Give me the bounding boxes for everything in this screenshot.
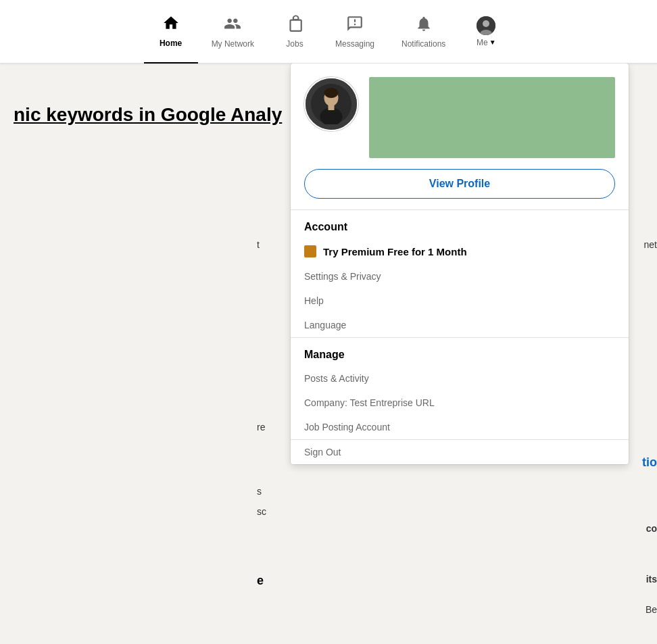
me-avatar bbox=[477, 16, 495, 35]
home-icon bbox=[162, 14, 180, 36]
premium-icon bbox=[304, 245, 316, 257]
sign-out-label: Sign Out bbox=[304, 447, 341, 457]
settings-menu-item[interactable]: Settings & Privacy bbox=[291, 264, 629, 289]
nav-item-me[interactable]: Me ▼ bbox=[459, 0, 513, 64]
nav-item-messaging[interactable]: Messaging bbox=[322, 0, 388, 64]
job-posting-label: Job Posting Account bbox=[304, 422, 390, 432]
nav-items: Home My Network Jobs bbox=[144, 0, 514, 64]
bg-snippet-sc: sc bbox=[257, 506, 266, 517]
nav-label-my-network: My Network bbox=[212, 39, 254, 49]
nav-item-home[interactable]: Home bbox=[144, 0, 198, 64]
premium-menu-item[interactable]: Try Premium Free for 1 Month bbox=[291, 239, 629, 264]
svg-point-1 bbox=[483, 20, 489, 27]
manage-section-label: Manage bbox=[291, 338, 629, 366]
premium-label: Try Premium Free for 1 Month bbox=[323, 246, 467, 257]
profile-background-image bbox=[369, 77, 615, 158]
me-label-row: Me ▼ bbox=[477, 38, 496, 47]
sign-out-menu-item[interactable]: Sign Out bbox=[291, 440, 629, 464]
bg-snippet-be: Be bbox=[646, 604, 657, 615]
main-content: nic keywords in Google Analy t net re ti… bbox=[0, 64, 657, 644]
posts-activity-label: Posts & Activity bbox=[304, 373, 369, 384]
profile-section bbox=[291, 64, 629, 169]
bg-snippet-re: re bbox=[257, 422, 265, 432]
nav-label-home: Home bbox=[160, 39, 182, 48]
bg-snippet-e: e bbox=[257, 574, 264, 588]
nav-item-notifications[interactable]: Notifications bbox=[388, 0, 459, 64]
svg-point-5 bbox=[324, 88, 339, 98]
svg-rect-7 bbox=[328, 105, 335, 111]
me-dropdown: View Profile Account Try Premium Free fo… bbox=[291, 64, 629, 464]
help-label: Help bbox=[304, 295, 324, 306]
settings-label: Settings & Privacy bbox=[304, 271, 381, 282]
job-posting-menu-item[interactable]: Job Posting Account bbox=[291, 415, 629, 439]
company-menu-item[interactable]: Company: Test Entreprise URL bbox=[291, 391, 629, 415]
navbar: Home My Network Jobs bbox=[0, 0, 657, 64]
posts-activity-menu-item[interactable]: Posts & Activity bbox=[291, 366, 629, 391]
company-label: Company: Test Entreprise URL bbox=[304, 397, 435, 408]
nav-label-messaging: Messaging bbox=[335, 39, 374, 49]
nav-label-notifications: Notifications bbox=[402, 39, 445, 49]
messaging-icon bbox=[346, 15, 364, 36]
help-menu-item[interactable]: Help bbox=[291, 289, 629, 313]
nav-label-me: Me bbox=[477, 38, 488, 47]
avatar-person-bg bbox=[306, 78, 357, 130]
account-section-label: Account bbox=[291, 210, 629, 239]
chevron-down-icon: ▼ bbox=[489, 39, 496, 46]
network-icon bbox=[224, 15, 241, 36]
bg-snippet-s: s bbox=[257, 486, 262, 497]
bg-snippet-its: its bbox=[646, 574, 657, 585]
nav-label-jobs: Jobs bbox=[286, 39, 303, 49]
nav-item-jobs[interactable]: Jobs bbox=[268, 0, 322, 64]
notifications-icon bbox=[415, 15, 433, 36]
bg-snippet-co: co bbox=[646, 523, 657, 534]
language-menu-item[interactable]: Language bbox=[291, 313, 629, 337]
nav-item-my-network[interactable]: My Network bbox=[198, 0, 268, 64]
bg-snippet-net: net bbox=[644, 239, 657, 250]
language-label: Language bbox=[304, 320, 346, 330]
jobs-icon bbox=[286, 15, 303, 36]
avatar bbox=[304, 77, 358, 131]
background-article: nic keywords in Google Analy bbox=[0, 104, 295, 126]
view-profile-button[interactable]: View Profile bbox=[304, 169, 615, 199]
avatar-container bbox=[304, 77, 358, 131]
bg-snippet-t: t bbox=[257, 239, 260, 250]
bg-snippet-tio: tio bbox=[642, 455, 657, 470]
